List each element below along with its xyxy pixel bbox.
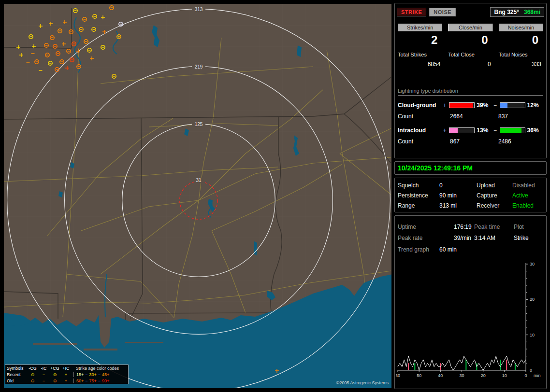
- total-noises-value: 333: [499, 57, 543, 68]
- trend-window-value: 60 min: [439, 246, 457, 253]
- svg-text:50: 50: [417, 373, 421, 378]
- trend-graph-label: Trend graph: [398, 246, 439, 253]
- svg-text:10: 10: [502, 373, 507, 378]
- capture-label: Capture: [477, 192, 512, 199]
- cg-negative-pct: 12%: [527, 102, 543, 109]
- uptime-value: 176:19: [454, 224, 474, 230]
- ic-negative-bar: [500, 127, 525, 133]
- intracloud-label: Intracloud: [398, 127, 442, 134]
- capture-status: Active: [512, 192, 544, 199]
- settings-grid: Squelch 0 Upload Disabled Persistence 90…: [395, 178, 546, 209]
- svg-text:30: 30: [530, 262, 535, 266]
- peak-time-value: 3:14 AM: [474, 235, 514, 241]
- map-legend: Symbols-CG-IC+CG+ICStrike age color code…: [5, 364, 129, 384]
- legend-header: Symbols-CG-IC+CG+ICStrike age color code…: [5, 365, 128, 371]
- peak-time-label: Peak time: [474, 224, 514, 230]
- strike-indicator[interactable]: STRIKE: [397, 8, 426, 16]
- squelch-label: Squelch: [398, 182, 439, 189]
- plot-label: Plot: [514, 224, 544, 230]
- cg-negative-count: 837: [498, 113, 508, 120]
- cg-positive-bar: [449, 102, 475, 108]
- receiver-status: Enabled: [512, 202, 544, 209]
- statistics-panel: STRIKE NOISE Bng 325° 368mi Strikes/min …: [394, 3, 547, 158]
- strikes-per-min-button[interactable]: Strikes/min: [398, 24, 442, 31]
- lightning-distribution: Lightning type distribution Cloud-ground…: [395, 88, 546, 147]
- persistence-value: 90 min: [439, 192, 477, 199]
- close-per-min-value: 0: [448, 31, 492, 47]
- total-close-label: Total Close: [448, 47, 492, 57]
- ic-positive-pct: 13%: [477, 127, 492, 134]
- plot-value: Strike: [514, 235, 544, 241]
- bearing-readout: Bng 325° 368mi: [490, 7, 544, 17]
- cloud-ground-counts: Count 2664 837: [398, 111, 543, 122]
- count-label: Count: [398, 138, 450, 145]
- trend-graph[interactable]: 01020306050403020100min: [396, 259, 546, 388]
- plus-sign: +: [442, 127, 447, 134]
- peak-rate-label: Peak rate: [398, 235, 454, 241]
- noises-per-min-button[interactable]: Noises/min: [499, 24, 543, 31]
- uptime-label: Uptime: [398, 224, 454, 230]
- svg-text:40: 40: [438, 373, 443, 378]
- minus-sign: −: [493, 127, 498, 134]
- distribution-title: Lightning type distribution: [398, 88, 543, 96]
- status-trend-panel: Uptime 176:19 Peak time Plot Peak rate 3…: [394, 215, 547, 389]
- bearing-value: Bng 325°: [494, 9, 519, 15]
- plus-sign: +: [442, 102, 447, 109]
- count-label: Count: [398, 113, 450, 120]
- total-noises-label: Total Noises: [499, 47, 543, 57]
- cg-positive-count: 2664: [450, 113, 498, 120]
- receiver-label: Receiver: [477, 202, 512, 209]
- cloud-ground-label: Cloud-ground: [398, 102, 442, 109]
- indicator-row: STRIKE NOISE Bng 325° 368mi: [395, 3, 546, 17]
- app-window: 31321912531 Symbols-CG-IC+CG+ICStrike ag…: [0, 0, 550, 392]
- legend-row: Old⊖−⊕+60+−75+−90+: [5, 378, 128, 384]
- intracloud-row: Intracloud + 13% − 36%: [398, 125, 543, 136]
- upload-status: Disabled: [512, 182, 544, 189]
- strikes-per-min-value: 2: [398, 31, 442, 47]
- noises-per-min-value: 0: [499, 31, 543, 47]
- noise-indicator[interactable]: NOISE: [429, 8, 456, 16]
- range-label: Range: [398, 202, 439, 209]
- cloud-ground-row: Cloud-ground + 39% − 12%: [398, 99, 543, 111]
- total-close-value: 0: [448, 57, 492, 68]
- svg-text:0: 0: [524, 373, 527, 378]
- rate-grid: Strikes/min Close/min Noises/min 2 0 0 T…: [395, 17, 546, 68]
- svg-text:min: min: [534, 373, 541, 378]
- map-canvas: 31321912531: [4, 4, 391, 388]
- svg-text:0: 0: [530, 368, 532, 373]
- cg-negative-bar: [500, 102, 525, 108]
- trend-chart-canvas: 01020306050403020100min: [396, 259, 546, 388]
- uptime-grid: Uptime 176:19 Peak time Plot Peak rate 3…: [395, 216, 546, 241]
- minus-sign: −: [493, 102, 498, 109]
- intracloud-counts: Count 867 2486: [398, 136, 543, 147]
- svg-text:219: 219: [195, 64, 203, 70]
- total-strikes-value: 6854: [398, 57, 442, 68]
- svg-text:30: 30: [459, 373, 464, 378]
- svg-text:313: 313: [195, 7, 203, 12]
- strike-map[interactable]: 31321912531 Symbols-CG-IC+CG+ICStrike ag…: [4, 4, 391, 388]
- squelch-value: 0: [439, 182, 477, 189]
- cg-positive-pct: 39%: [477, 102, 492, 109]
- svg-text:20: 20: [530, 297, 535, 302]
- clock-panel: 10/24/2025 12:49:16 PM: [394, 161, 547, 175]
- peak-rate-value: 39/min: [454, 235, 474, 241]
- datetime-display: 10/24/2025 12:49:16 PM: [395, 162, 546, 172]
- settings-panel: Squelch 0 Upload Disabled Persistence 90…: [394, 178, 547, 212]
- close-per-min-button[interactable]: Close/min: [448, 24, 492, 31]
- range-value: 313 mi: [439, 202, 477, 209]
- total-strikes-label: Total Strikes: [398, 47, 442, 57]
- bearing-distance: 368mi: [524, 9, 540, 15]
- svg-text:60: 60: [396, 373, 400, 378]
- ic-negative-count: 2486: [498, 138, 511, 145]
- svg-text:20: 20: [481, 373, 486, 378]
- ic-positive-bar: [449, 127, 475, 133]
- svg-text:31: 31: [196, 178, 202, 183]
- trend-graph-header: Trend graph 60 min: [395, 241, 546, 253]
- persistence-label: Persistence: [398, 192, 439, 199]
- copyright-text: ©2005 Astrogenic Systems: [336, 380, 389, 385]
- svg-text:10: 10: [530, 333, 535, 337]
- ic-negative-pct: 36%: [527, 127, 543, 134]
- svg-text:125: 125: [195, 122, 203, 127]
- ic-positive-count: 867: [450, 138, 498, 145]
- upload-label: Upload: [477, 182, 512, 189]
